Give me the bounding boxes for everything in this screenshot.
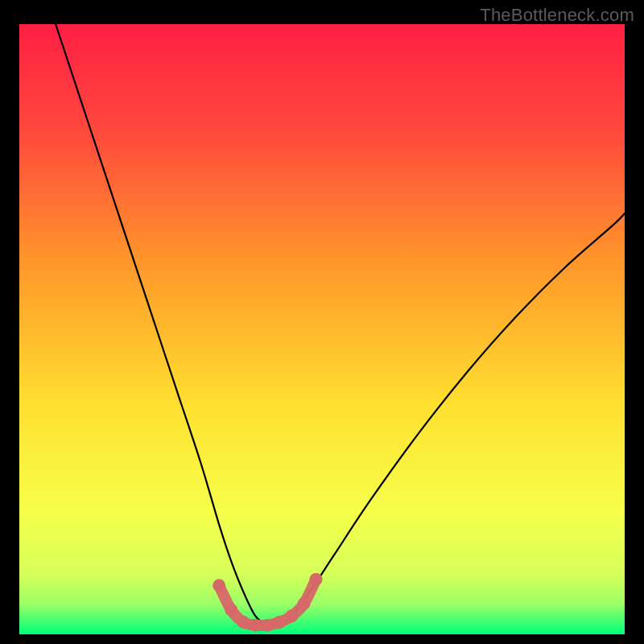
plot-area: [19, 24, 625, 634]
sweet-spot-dot: [309, 573, 322, 586]
watermark-label: TheBottleneck.com: [480, 5, 634, 26]
sweet-spot-dot: [285, 609, 298, 622]
chart-svg: [19, 24, 625, 634]
sweet-spot-dot: [297, 597, 310, 610]
sweet-spot-dot: [273, 616, 286, 629]
sweet-spot-dot: [237, 616, 250, 629]
chart-frame: TheBottleneck.com: [0, 0, 644, 644]
sweet-spot-dot: [249, 619, 262, 632]
sweet-spot-dot: [213, 579, 225, 592]
sweet-spot-dot: [261, 619, 274, 632]
gradient-background: [19, 24, 625, 634]
sweet-spot-dot: [225, 604, 237, 617]
